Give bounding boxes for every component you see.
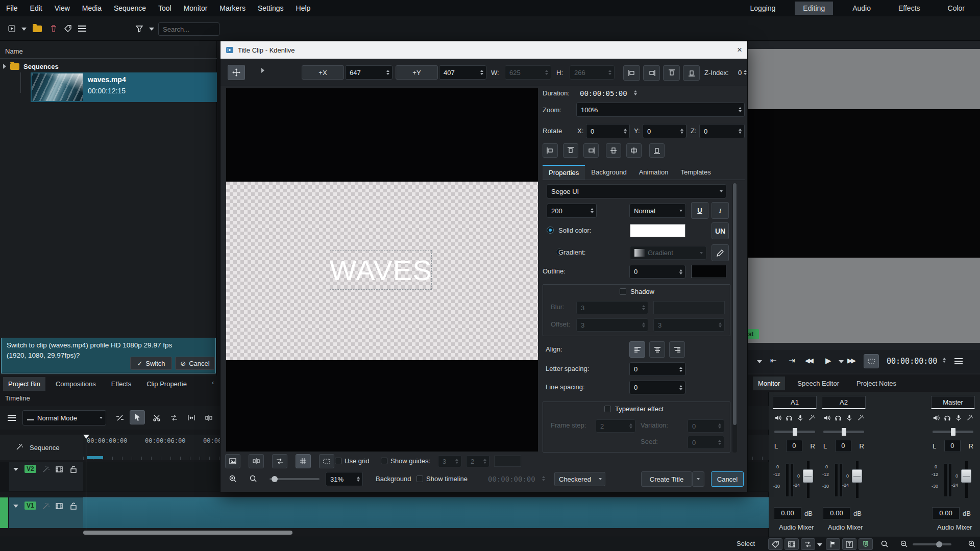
canvas-zoom-in-icon[interactable] bbox=[229, 474, 237, 483]
spacer-tool-icon[interactable] bbox=[166, 411, 182, 425]
offset-x-spinbox[interactable]: 3 bbox=[576, 318, 648, 332]
variation-spinbox[interactable]: 0 bbox=[688, 419, 724, 433]
mixing-chevron-icon[interactable] bbox=[817, 543, 822, 546]
snap-magnet-button[interactable] bbox=[859, 538, 873, 550]
timeline-zone-bar[interactable] bbox=[87, 456, 103, 459]
speaker-icon[interactable] bbox=[933, 414, 940, 421]
track-v1-badge[interactable]: V1 bbox=[24, 502, 36, 510]
notification-cancel-button[interactable]: ⊘Cancel bbox=[175, 357, 215, 370]
mixing-button[interactable] bbox=[801, 538, 815, 550]
mic-icon[interactable] bbox=[797, 414, 804, 421]
offset-y-spinbox[interactable]: 3 bbox=[653, 318, 725, 332]
panel-tab-clip-propertie[interactable]: Clip Propertie bbox=[141, 377, 192, 391]
shadow-color-swatch[interactable] bbox=[653, 301, 725, 314]
scrollbar-thumb[interactable] bbox=[733, 183, 737, 425]
outline-spinbox[interactable]: 0 bbox=[629, 265, 685, 279]
pan-slider[interactable] bbox=[774, 431, 815, 433]
font-size-spinbox[interactable]: 200 bbox=[547, 204, 597, 218]
create-title-options-button[interactable] bbox=[692, 471, 704, 487]
duration-value[interactable]: 00:00:05:00 bbox=[580, 89, 627, 97]
align-top-edge-button[interactable] bbox=[663, 65, 680, 81]
headphones-icon[interactable] bbox=[835, 414, 842, 421]
edit-gradient-button[interactable] bbox=[712, 244, 729, 261]
italic-button[interactable]: I bbox=[712, 202, 729, 219]
align-right-edge-button[interactable] bbox=[643, 65, 660, 81]
menu-monitor[interactable]: Monitor bbox=[178, 4, 214, 12]
insert-image-button[interactable] bbox=[606, 143, 621, 158]
track-lock-icon[interactable] bbox=[69, 465, 78, 473]
x-position-button[interactable]: +X bbox=[302, 65, 344, 80]
filter-icon[interactable] bbox=[132, 21, 147, 36]
rotate-y-spinbox[interactable]: 0 bbox=[643, 124, 687, 138]
speaker-icon[interactable] bbox=[774, 414, 781, 421]
gradient-select[interactable]: Gradient bbox=[630, 246, 706, 260]
db-value[interactable]: 0.00 bbox=[823, 507, 850, 519]
play-options-chevron-icon[interactable] bbox=[839, 360, 844, 363]
track-video-icon[interactable] bbox=[55, 502, 63, 510]
zoom-in-icon[interactable] bbox=[968, 540, 976, 548]
tag-icon[interactable] bbox=[60, 21, 76, 36]
channel-effects-icon[interactable] bbox=[966, 414, 973, 421]
align-v-center-button[interactable] bbox=[649, 143, 665, 158]
show-guides-checkbox[interactable] bbox=[381, 458, 387, 464]
headphones-icon[interactable] bbox=[944, 414, 951, 421]
mic-icon[interactable] bbox=[846, 414, 853, 421]
tree-item-clip[interactable]: waves.mp4 00:00:12:15 bbox=[31, 72, 217, 102]
workspace-tab-effects[interactable]: Effects bbox=[890, 2, 928, 15]
canvas-zoom-reset-icon[interactable] bbox=[249, 474, 257, 483]
track-v2-badge[interactable]: V2 bbox=[24, 465, 36, 473]
insert-text-button[interactable] bbox=[543, 143, 558, 158]
switch-button[interactable]: ✓Switch bbox=[130, 357, 172, 370]
background-mode-select[interactable]: Checkered bbox=[554, 472, 605, 486]
workspace-tab-audio[interactable]: Audio bbox=[844, 2, 879, 15]
menu-markers[interactable]: Markers bbox=[213, 4, 252, 12]
workspace-tab-editing[interactable]: Editing bbox=[795, 2, 833, 15]
typewriter-checkbox[interactable] bbox=[604, 406, 611, 412]
text-align-left-button[interactable] bbox=[629, 341, 645, 358]
volume-fader[interactable] bbox=[961, 469, 971, 483]
workspace-tab-color[interactable]: Color bbox=[940, 2, 973, 15]
track-v1-clip[interactable] bbox=[83, 497, 769, 528]
close-icon[interactable]: × bbox=[737, 45, 742, 55]
seed-spinbox[interactable]: 0 bbox=[688, 436, 724, 449]
audio-mixer-tab[interactable]: Audio Mixer bbox=[828, 523, 863, 531]
timeline-zoom-slider[interactable] bbox=[913, 543, 951, 545]
toolbar-expand-chevron-icon[interactable] bbox=[261, 68, 264, 73]
tab-overflow-icon[interactable]: ‹ bbox=[212, 379, 214, 386]
track-video-icon[interactable] bbox=[55, 465, 63, 473]
mix-clips-icon[interactable] bbox=[112, 411, 128, 425]
columns-button[interactable] bbox=[249, 454, 264, 468]
dialog-tab-animation[interactable]: Animation bbox=[633, 165, 675, 179]
canvas-zoom-spinbox[interactable]: 31% bbox=[326, 472, 363, 486]
y-position-button[interactable]: +Y bbox=[396, 65, 438, 80]
monitor-timecode[interactable]: 00:00:00:00 bbox=[887, 357, 937, 366]
width-spinbox[interactable]: 625 bbox=[505, 65, 551, 80]
audio-mixer-tab[interactable]: Audio Mixer bbox=[937, 523, 972, 531]
headphones-icon[interactable] bbox=[786, 414, 793, 421]
dialog-cancel-button[interactable]: Cancel bbox=[711, 471, 744, 487]
tree-item-sequences[interactable]: Sequences bbox=[0, 60, 217, 72]
track-effects-icon[interactable] bbox=[42, 465, 50, 473]
solid-color-swatch[interactable] bbox=[630, 224, 685, 237]
font-family-select[interactable]: Segoe UI bbox=[547, 184, 726, 198]
mic-icon[interactable] bbox=[955, 414, 962, 421]
panel-tab-compositions[interactable]: Compositions bbox=[51, 377, 101, 391]
title-text[interactable]: WAVES bbox=[329, 254, 432, 287]
playhead-line[interactable] bbox=[86, 435, 86, 530]
pan-value[interactable]: 0 bbox=[944, 440, 961, 452]
timeline-hscrollbar[interactable] bbox=[83, 531, 292, 535]
dialog-titlebar[interactable]: Title Clip - Kdenlive × bbox=[220, 41, 747, 59]
zindex-spinbox[interactable]: 0 bbox=[734, 65, 747, 80]
zoom-spinbox[interactable]: 100% bbox=[576, 103, 745, 117]
menu-help[interactable]: Help bbox=[290, 4, 317, 12]
fit-zoom-icon[interactable] bbox=[184, 411, 199, 425]
zone-mode-button[interactable] bbox=[864, 354, 879, 368]
line-spacing-spinbox[interactable]: 0 bbox=[629, 381, 685, 394]
y-position-spinbox[interactable]: 407 bbox=[439, 65, 486, 80]
db-value[interactable]: 0.00 bbox=[774, 507, 801, 519]
monitor-menu-icon[interactable] bbox=[951, 354, 966, 368]
rewind-icon[interactable]: ◀◀ bbox=[805, 357, 812, 364]
create-title-button[interactable]: Create Title bbox=[641, 471, 692, 487]
pan-value[interactable]: 0 bbox=[835, 440, 851, 452]
outline-color-swatch[interactable] bbox=[691, 265, 726, 278]
